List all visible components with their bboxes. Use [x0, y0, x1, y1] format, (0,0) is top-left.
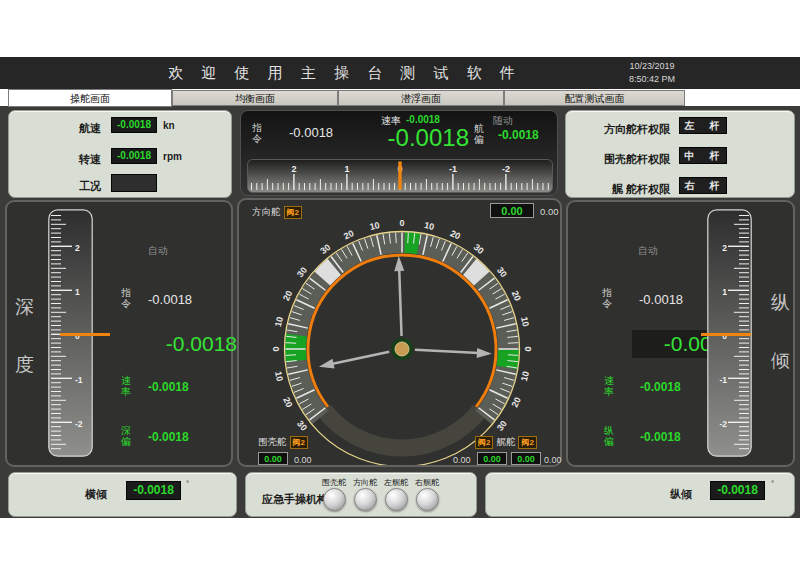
pitch-command-value: -0.0018 — [639, 292, 683, 307]
tab-steering[interactable]: 操舵画面 — [8, 89, 172, 107]
heading-panel: 指令 -0.0018 速率 -0.0018 随动 -0.0018 航偏 -0.0… — [240, 110, 558, 196]
time-text: 8:50:42 PM — [612, 73, 692, 86]
svg-text:20: 20 — [510, 396, 523, 409]
tab-balance[interactable]: 均衡画面 — [172, 90, 338, 106]
clock: 10/23/2019 8:50:42 PM — [612, 60, 692, 86]
svg-text:10: 10 — [273, 316, 285, 328]
dir-rudder-authority-value: 左 杆 — [679, 117, 727, 134]
svg-text:30: 30 — [495, 419, 509, 433]
emergency-btn-dir[interactable] — [354, 488, 377, 511]
stern-rudder-display-left: 0.00 — [477, 452, 507, 465]
svg-text:20: 20 — [281, 396, 294, 409]
svg-text:10: 10 — [519, 370, 531, 382]
speed-display: -0.0018 — [111, 117, 157, 133]
svg-text:2: 2 — [291, 164, 296, 174]
rudder-dial: 302010010203030201001020303020100102030 — [239, 200, 560, 465]
svg-text:-1: -1 — [75, 375, 83, 385]
roll-label: 横倾 — [85, 487, 107, 502]
heading-scale: 210-1-2 — [247, 159, 553, 193]
rpm-label: 转速 — [29, 152, 101, 167]
emergency-btn-left-stern[interactable] — [385, 488, 408, 511]
depth-rate-value: -0.0018 — [148, 380, 189, 394]
emergency-btn-right-stern[interactable] — [416, 488, 439, 511]
condition-label: 工况 — [29, 179, 101, 194]
roll-panel: 横倾 -0.0018 ° — [8, 472, 237, 517]
dir-rudder-value2: 0.00 — [540, 206, 559, 217]
svg-text:10: 10 — [423, 220, 435, 232]
svg-text:-2: -2 — [75, 419, 83, 429]
tab-dive-surface[interactable]: 潜浮画面 — [338, 90, 504, 106]
speed-label: 航速 — [29, 121, 101, 136]
app-title: 欢 迎 使 用 主 操 台 测 试 软 件 — [0, 57, 690, 89]
svg-text:1: 1 — [75, 287, 80, 297]
svg-text:-2: -2 — [719, 419, 727, 429]
sail-rudder-authority-value: 中 杆 — [679, 147, 727, 164]
pitch-deviation-label: 纵偏 — [604, 425, 616, 447]
pitch-rate-label: 速率 — [604, 375, 616, 397]
depth-deviation-value: -0.0018 — [148, 430, 189, 444]
sail-rudder-value2: 0.00 — [294, 455, 312, 465]
trim-panel: 纵倾 -0.0018 ° — [485, 472, 795, 517]
svg-text:-1: -1 — [449, 164, 457, 174]
screen: 欢 迎 使 用 主 操 台 测 试 软 件 10/23/2019 8:50:42… — [0, 0, 800, 573]
depth-mode: 自动 — [148, 244, 168, 258]
rpm-display: -0.0018 — [111, 148, 157, 164]
svg-text:10: 10 — [519, 316, 531, 328]
rpm-unit: rpm — [163, 151, 182, 162]
dir-rudder-label: 方向舵 — [252, 206, 281, 219]
svg-text:20: 20 — [342, 228, 355, 241]
svg-text:20: 20 — [281, 289, 294, 302]
depth-title: 深度 — [15, 278, 37, 394]
svg-text:10: 10 — [273, 370, 285, 382]
svg-text:30: 30 — [318, 242, 332, 256]
date-text: 10/23/2019 — [612, 60, 692, 73]
title-bar: 欢 迎 使 用 主 操 台 测 试 软 件 10/23/2019 8:50:42… — [0, 57, 800, 89]
dir-rudder-valve-badge: 阀2 — [284, 206, 302, 219]
depth-command-value: -0.0018 — [148, 292, 192, 307]
heading-deviation-label: 航偏 — [474, 123, 486, 145]
stern-valve-badge-right: 阀2 — [518, 436, 536, 449]
emergency-panel: 应急手操机构 围壳舵 方向舵 左艉舵 右艉舵 — [245, 472, 477, 517]
depth-rate-label: 速率 — [121, 375, 133, 397]
dir-rudder-authority-label: 方向舵杆权限 — [574, 122, 670, 137]
stern-rudder-authority-label: 艉 舵杆权限 — [574, 182, 670, 197]
tab-config-test[interactable]: 配置测试画面 — [504, 90, 685, 106]
sail-rudder-caption: 围壳舵 阀2 — [258, 436, 308, 449]
svg-text:10: 10 — [369, 220, 381, 232]
depth-command-label: 指令 — [121, 287, 133, 309]
svg-text:0: 0 — [399, 218, 404, 228]
depth-main-value: -0.0018 — [137, 332, 237, 356]
roll-display: -0.0018 — [126, 481, 181, 500]
heading-command-label: 指令 — [252, 122, 264, 144]
rudder-panel: 302010010203030201001020303020100102030 … — [237, 198, 562, 467]
svg-text:20: 20 — [449, 228, 462, 241]
svg-text:30: 30 — [295, 265, 309, 279]
pitch-title: 纵倾 — [771, 274, 793, 390]
svg-text:30: 30 — [495, 265, 509, 279]
pitch-scale-pointer — [701, 333, 751, 336]
svg-text:30: 30 — [295, 419, 309, 433]
svg-text:2: 2 — [722, 243, 727, 253]
heading-mode: 随动 — [493, 114, 513, 128]
sail-rudder-authority-label: 围壳舵杆权限 — [574, 152, 670, 167]
emergency-btn-sail[interactable] — [323, 488, 346, 511]
stern-rudder-label: 艉舵 — [496, 436, 515, 449]
stern-rudder-value4: 0.00 — [544, 455, 562, 465]
svg-text:-1: -1 — [719, 375, 727, 385]
trim-display: -0.0018 — [710, 481, 765, 500]
stern-rudder-display-right: 0.00 — [511, 452, 541, 465]
trim-label: 纵倾 — [670, 487, 692, 502]
depth-deviation-label: 深偏 — [121, 425, 133, 447]
speed-panel: 航速 -0.0018 kn 转速 -0.0018 rpm 工况 — [8, 110, 232, 198]
emergency-label: 应急手操机构 — [262, 492, 328, 507]
svg-text:-2: -2 — [502, 164, 510, 174]
svg-text:0: 0 — [523, 346, 533, 351]
stern-rudder-caption: 阀2 艉舵 阀2 — [475, 436, 537, 449]
emergency-btn-right-stern-label: 右艉舵 — [407, 477, 447, 488]
depth-scale-pointer — [60, 333, 110, 336]
svg-text:0: 0 — [271, 346, 281, 351]
svg-text:20: 20 — [510, 289, 523, 302]
svg-text:2: 2 — [75, 243, 80, 253]
dir-rudder-display: 0.00 — [490, 203, 534, 218]
heading-main-value: -0.0018 — [371, 124, 469, 152]
